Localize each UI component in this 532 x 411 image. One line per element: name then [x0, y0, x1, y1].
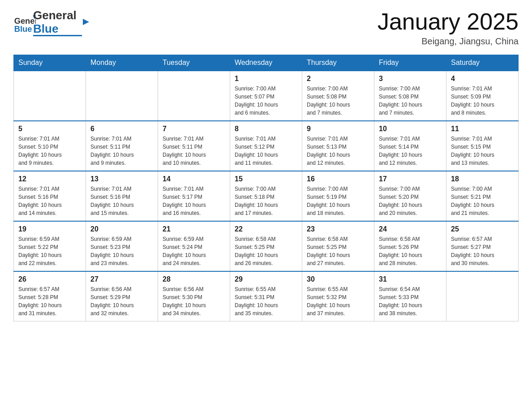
day-number: 25 — [451, 225, 514, 233]
day-number: 26 — [18, 275, 81, 283]
day-cell-2-3: 15Sunrise: 7:00 AM Sunset: 5:18 PM Dayli… — [230, 171, 302, 221]
day-cell-1-0: 5Sunrise: 7:01 AM Sunset: 5:10 PM Daylig… — [14, 121, 86, 171]
title-section: January 2025 Beigang, Jiangsu, China — [378, 9, 519, 47]
week-row-4: 19Sunrise: 6:59 AM Sunset: 5:22 PM Dayli… — [14, 221, 519, 271]
day-cell-0-3: 1Sunrise: 7:00 AM Sunset: 5:07 PM Daylig… — [230, 71, 302, 121]
day-info: Sunrise: 7:00 AM Sunset: 5:18 PM Dayligh… — [235, 185, 297, 217]
day-cell-2-4: 16Sunrise: 7:00 AM Sunset: 5:19 PM Dayli… — [302, 171, 374, 221]
header-sunday: Sunday — [14, 55, 86, 71]
day-cell-3-6: 25Sunrise: 6:57 AM Sunset: 5:27 PM Dayli… — [446, 221, 519, 271]
day-cell-1-1: 6Sunrise: 7:01 AM Sunset: 5:11 PM Daylig… — [86, 121, 158, 171]
day-number: 5 — [18, 125, 81, 133]
day-info: Sunrise: 7:00 AM Sunset: 5:19 PM Dayligh… — [307, 185, 369, 217]
day-cell-4-2: 28Sunrise: 6:56 AM Sunset: 5:30 PM Dayli… — [158, 271, 230, 321]
day-cell-1-4: 9Sunrise: 7:01 AM Sunset: 5:13 PM Daylig… — [302, 121, 374, 171]
day-number: 13 — [90, 175, 153, 183]
days-header-row: Sunday Monday Tuesday Wednesday Thursday… — [14, 55, 519, 71]
day-cell-4-3: 29Sunrise: 6:55 AM Sunset: 5:31 PM Dayli… — [230, 271, 302, 321]
day-info: Sunrise: 7:00 AM Sunset: 5:20 PM Dayligh… — [379, 185, 442, 217]
day-cell-2-6: 18Sunrise: 7:00 AM Sunset: 5:21 PM Dayli… — [446, 171, 519, 221]
day-info: Sunrise: 6:57 AM Sunset: 5:28 PM Dayligh… — [18, 285, 81, 317]
day-info: Sunrise: 6:58 AM Sunset: 5:25 PM Dayligh… — [235, 235, 297, 267]
week-row-3: 12Sunrise: 7:01 AM Sunset: 5:16 PM Dayli… — [14, 171, 519, 221]
logo-general-text: General — [33, 9, 82, 22]
day-info: Sunrise: 7:01 AM Sunset: 5:11 PM Dayligh… — [163, 135, 225, 167]
day-info: Sunrise: 6:55 AM Sunset: 5:31 PM Dayligh… — [235, 285, 297, 317]
header-monday: Monday — [86, 55, 158, 71]
header-tuesday: Tuesday — [158, 55, 230, 71]
header-wednesday: Wednesday — [230, 55, 302, 71]
day-info: Sunrise: 7:01 AM Sunset: 5:10 PM Dayligh… — [18, 135, 81, 167]
day-info: Sunrise: 7:00 AM Sunset: 5:08 PM Dayligh… — [307, 85, 369, 117]
day-number: 18 — [451, 175, 514, 183]
day-info: Sunrise: 7:01 AM Sunset: 5:11 PM Dayligh… — [90, 135, 153, 167]
day-info: Sunrise: 6:58 AM Sunset: 5:25 PM Dayligh… — [307, 235, 369, 267]
day-number: 14 — [163, 175, 225, 183]
day-cell-3-4: 23Sunrise: 6:58 AM Sunset: 5:25 PM Dayli… — [302, 221, 374, 271]
day-number: 27 — [90, 275, 153, 283]
day-info: Sunrise: 6:55 AM Sunset: 5:32 PM Dayligh… — [307, 285, 369, 317]
day-cell-3-3: 22Sunrise: 6:58 AM Sunset: 5:25 PM Dayli… — [230, 221, 302, 271]
calendar-title: January 2025 — [378, 9, 519, 34]
header-thursday: Thursday — [302, 55, 374, 71]
day-cell-1-2: 7Sunrise: 7:01 AM Sunset: 5:11 PM Daylig… — [158, 121, 230, 171]
day-number: 24 — [379, 225, 442, 233]
day-number: 21 — [163, 225, 225, 233]
day-number: 16 — [307, 175, 369, 183]
day-info: Sunrise: 7:00 AM Sunset: 5:07 PM Dayligh… — [235, 85, 297, 117]
svg-marker-3 — [83, 19, 89, 25]
day-number: 8 — [235, 125, 297, 133]
day-info: Sunrise: 6:59 AM Sunset: 5:23 PM Dayligh… — [90, 235, 153, 267]
day-cell-0-1 — [86, 71, 158, 121]
day-info: Sunrise: 7:01 AM Sunset: 5:16 PM Dayligh… — [18, 185, 81, 217]
header-friday: Friday — [374, 55, 446, 71]
day-cell-1-3: 8Sunrise: 7:01 AM Sunset: 5:12 PM Daylig… — [230, 121, 302, 171]
day-cell-0-6: 4Sunrise: 7:01 AM Sunset: 5:09 PM Daylig… — [446, 71, 519, 121]
day-info: Sunrise: 7:01 AM Sunset: 5:09 PM Dayligh… — [451, 85, 514, 117]
day-cell-0-4: 2Sunrise: 7:00 AM Sunset: 5:08 PM Daylig… — [302, 71, 374, 121]
day-cell-0-5: 3Sunrise: 7:00 AM Sunset: 5:08 PM Daylig… — [374, 71, 446, 121]
week-row-2: 5Sunrise: 7:01 AM Sunset: 5:10 PM Daylig… — [14, 121, 519, 171]
calendar-table: Sunday Monday Tuesday Wednesday Thursday… — [13, 55, 519, 321]
day-info: Sunrise: 6:58 AM Sunset: 5:26 PM Dayligh… — [379, 235, 442, 267]
day-number: 17 — [379, 175, 442, 183]
day-info: Sunrise: 7:01 AM Sunset: 5:14 PM Dayligh… — [379, 135, 442, 167]
day-info: Sunrise: 7:01 AM Sunset: 5:12 PM Dayligh… — [235, 135, 297, 167]
day-cell-0-2 — [158, 71, 230, 121]
day-cell-1-5: 10Sunrise: 7:01 AM Sunset: 5:14 PM Dayli… — [374, 121, 446, 171]
day-info: Sunrise: 7:01 AM Sunset: 5:15 PM Dayligh… — [451, 135, 514, 167]
logo-icon: General Blue — [13, 12, 36, 34]
day-number: 22 — [235, 225, 297, 233]
day-number: 10 — [379, 125, 442, 133]
day-cell-4-1: 27Sunrise: 6:56 AM Sunset: 5:29 PM Dayli… — [86, 271, 158, 321]
svg-text:Blue: Blue — [14, 24, 32, 34]
day-cell-4-6 — [446, 271, 519, 321]
day-info: Sunrise: 7:01 AM Sunset: 5:13 PM Dayligh… — [307, 135, 369, 167]
day-info: Sunrise: 6:54 AM Sunset: 5:33 PM Dayligh… — [379, 285, 442, 317]
day-number: 15 — [235, 175, 297, 183]
day-number: 4 — [451, 75, 514, 83]
day-info: Sunrise: 7:01 AM Sunset: 5:16 PM Dayligh… — [90, 185, 153, 217]
day-cell-2-5: 17Sunrise: 7:00 AM Sunset: 5:20 PM Dayli… — [374, 171, 446, 221]
logo-blue-text: Blue — [33, 22, 82, 37]
page-header: General Blue General Blue January 2025 B… — [13, 9, 519, 47]
day-number: 29 — [235, 275, 297, 283]
day-number: 28 — [163, 275, 225, 283]
day-cell-3-2: 21Sunrise: 6:59 AM Sunset: 5:24 PM Dayli… — [158, 221, 230, 271]
day-cell-2-1: 13Sunrise: 7:01 AM Sunset: 5:16 PM Dayli… — [86, 171, 158, 221]
day-info: Sunrise: 6:59 AM Sunset: 5:24 PM Dayligh… — [163, 235, 225, 267]
calendar-subtitle: Beigang, Jiangsu, China — [378, 36, 519, 47]
day-number: 9 — [307, 125, 369, 133]
day-cell-2-2: 14Sunrise: 7:01 AM Sunset: 5:17 PM Dayli… — [158, 171, 230, 221]
logo: General Blue General Blue — [13, 9, 82, 36]
day-info: Sunrise: 7:00 AM Sunset: 5:21 PM Dayligh… — [451, 185, 514, 217]
day-info: Sunrise: 7:01 AM Sunset: 5:17 PM Dayligh… — [163, 185, 225, 217]
day-number: 2 — [307, 75, 369, 83]
day-number: 11 — [451, 125, 514, 133]
day-number: 20 — [90, 225, 153, 233]
day-number: 3 — [379, 75, 442, 83]
day-number: 23 — [307, 225, 369, 233]
week-row-5: 26Sunrise: 6:57 AM Sunset: 5:28 PM Dayli… — [14, 271, 519, 321]
day-cell-2-0: 12Sunrise: 7:01 AM Sunset: 5:16 PM Dayli… — [14, 171, 86, 221]
day-cell-3-0: 19Sunrise: 6:59 AM Sunset: 5:22 PM Dayli… — [14, 221, 86, 271]
